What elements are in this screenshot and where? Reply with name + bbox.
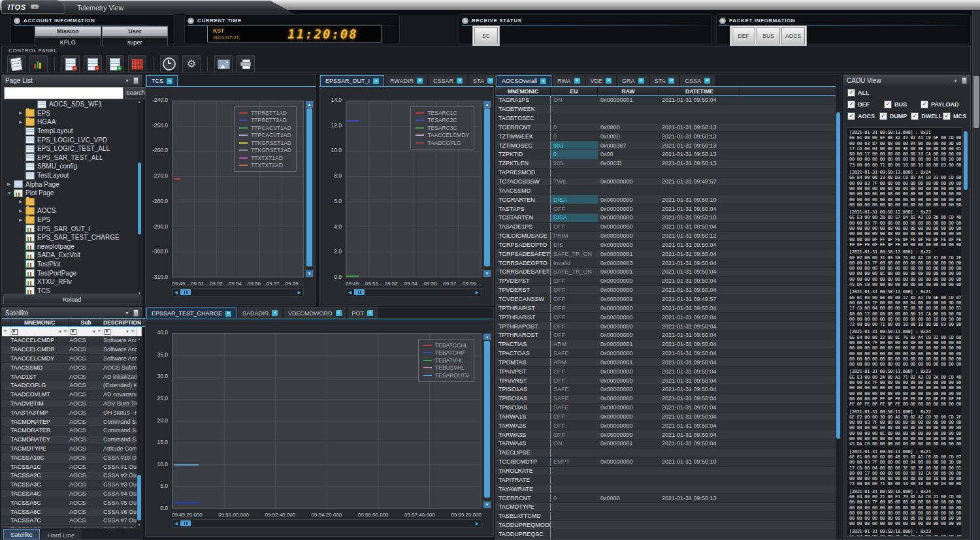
bottom-tab[interactable]: Satellite xyxy=(3,529,40,539)
filter-box-icon[interactable] xyxy=(105,329,110,335)
page-tree-scrollbar[interactable]: ▲▼ xyxy=(137,100,142,295)
tree-item[interactable]: ▶ AOCS xyxy=(2,206,137,215)
table-row[interactable]: TAACCELCMDY AOCS Software Acceleration xyxy=(2,355,137,364)
table-row[interactable]: TAADVBTIM AOCS ADV Burn Time xyxy=(2,400,137,409)
table-row[interactable]: TZPKTLEN 205 0x00CD 2021-01-31 09:50:13 xyxy=(496,159,836,168)
plot-tab[interactable]: EPSSAR_OUT_I ✕ xyxy=(320,75,384,86)
telemetry-view-tab[interactable]: Telemetry View xyxy=(55,1,297,14)
table-row[interactable]: TAACSSMD xyxy=(496,186,836,195)
table-row[interactable]: TACSSA4C AOCS CSSA #4 Output Curre xyxy=(2,490,137,499)
plot-vertical-scrollbar[interactable]: ▲▼ xyxy=(483,101,491,278)
table-row[interactable]: TACMDTYPE xyxy=(496,503,836,512)
col-sub[interactable]: Sub xyxy=(69,318,103,327)
close-icon[interactable]: ✕ xyxy=(373,78,379,84)
tree-item[interactable]: ▶ EPS xyxy=(2,109,137,118)
filter-checkbox[interactable]: ✓DEF xyxy=(847,101,884,108)
table-row[interactable]: TACMDRATEY AOCS Command S/C Yaw Ra xyxy=(2,436,137,445)
page-delete-icon[interactable]: − xyxy=(84,55,102,73)
table-row[interactable]: TCRPSADEOPTO DIS 0x00000000 2021-01-31 0… xyxy=(496,241,836,250)
table-row[interactable]: TAODUPREQSC xyxy=(496,530,836,539)
checkbox-icon[interactable]: ✓ xyxy=(847,101,855,108)
table-row[interactable]: TPACTOAS SAFE 0x00000000 2021-01-31 09:5… xyxy=(496,349,836,358)
table-row[interactable]: TAACCELCMDR AOCS Software Acceleration xyxy=(2,345,137,355)
table-row[interactable]: TCCIBCMDTP EMPT 0x00000000 2021-01-31 09… xyxy=(496,458,836,467)
close-icon[interactable]: ✕ xyxy=(272,310,278,316)
table-row[interactable]: TPTHRAPIST OFF 0x00000000 2021-01-31 09:… xyxy=(496,304,836,313)
filter-checkbox[interactable]: ✓PAYLOAD xyxy=(921,101,959,108)
stopwatch-icon[interactable] xyxy=(160,55,178,73)
filter-checkbox[interactable]: ✓DUMP xyxy=(879,112,911,120)
tree-item[interactable]: ▶ Alpha Page xyxy=(2,180,137,189)
cadu-scrollbar[interactable] xyxy=(963,127,968,537)
table-row[interactable]: TARWA4S ON 0x00000001 2021-01-31 09:50:0… xyxy=(496,439,836,449)
close-icon[interactable]: ✕ xyxy=(638,78,644,84)
table-row[interactable]: TACMDTYPE AOCS Attitude Command Ty xyxy=(2,445,137,454)
table-tab[interactable]: RWA ✕ xyxy=(553,75,585,86)
receive-status-button[interactable]: SC xyxy=(474,27,498,44)
reload-button[interactable]: Reload xyxy=(3,294,140,304)
table-row[interactable]: TACSSA2C AOCS CSSA #2 Output Curre xyxy=(2,471,137,481)
checkbox-icon[interactable]: ✓ xyxy=(879,112,887,120)
tree-expander-icon[interactable]: ▶ xyxy=(19,199,25,204)
tree-item[interactable]: EPS_SAR_TEST_ALL xyxy=(2,153,137,163)
col-description[interactable]: DESCRIPTION xyxy=(103,318,142,327)
tree-item[interactable]: EPS_LOGIC_TEST_ALL xyxy=(2,144,137,153)
tree-item[interactable]: SADA_ExcVolt xyxy=(2,251,137,260)
table-row[interactable]: TCERRCNT 0 0x0000 2021-01-31 09:50:13 xyxy=(496,123,836,133)
gear-icon[interactable]: ⚙ xyxy=(182,55,201,73)
close-icon[interactable]: ✕ xyxy=(367,310,373,316)
tree-expander-icon[interactable]: ▶ xyxy=(19,110,25,116)
table-row[interactable]: TPISO2AS SAFE 0x00000000 2021-01-31 09:5… xyxy=(496,394,836,404)
filter-checkbox[interactable]: ✓BUS xyxy=(884,101,921,108)
tree-item[interactable]: ▼ Plot Page xyxy=(2,189,137,198)
table-row[interactable]: TAOBTWEEK xyxy=(496,105,836,114)
tree-item[interactable]: EPS_SAR_OUT_I xyxy=(2,224,137,233)
col-mnemonic[interactable]: MNEMONIC xyxy=(10,318,69,327)
table-row[interactable]: TPTHRAROST OFF 0x00000000 2021-01-31 09:… xyxy=(496,331,836,340)
image-icon[interactable] xyxy=(214,55,233,73)
collapse-icon[interactable]: ▼ xyxy=(125,78,129,83)
chevron-down-icon[interactable]: ▼ xyxy=(58,330,62,334)
table-row[interactable]: TAODUPREQMOON xyxy=(496,521,836,530)
tree-expander-icon[interactable]: ▶ xyxy=(19,217,25,223)
plot-tab[interactable]: TCS ✕ xyxy=(146,75,178,86)
bottom-tab[interactable]: Hard Line xyxy=(41,530,81,539)
filter-box-icon[interactable] xyxy=(12,329,18,335)
table-row[interactable]: TAPITRATE xyxy=(496,475,836,484)
table-row[interactable]: TARWA1S OFF 0x00000000 2021-01-31 09:50:… xyxy=(496,413,836,422)
epssar-charge-plot-area[interactable]: TEBATCCHLTEBATCHIFTEBATVHLTEBUSVHLTESARO… xyxy=(172,333,482,509)
checkbox-icon[interactable]: ✓ xyxy=(884,101,892,108)
table-row[interactable]: TPTHRAPOST OFF 0x00000000 2021-01-31 09:… xyxy=(496,322,836,331)
collapse-icon[interactable]: ▼ xyxy=(125,311,129,315)
tree-item[interactable]: TempLayout xyxy=(2,127,137,136)
table-row[interactable]: TAPRESMOD xyxy=(496,168,836,178)
table-row[interactable]: TPACTIAS ARM 0x00000001 2021-01-31 09:50… xyxy=(496,340,836,349)
tree-item[interactable]: ▶ xyxy=(2,198,137,207)
table-row[interactable]: TZPKTID 0 0x00 2021-01-31 09:50:13 xyxy=(496,150,836,159)
filter-checkbox[interactable]: ✓MCS xyxy=(943,112,966,120)
collapse-icon[interactable]: ▼ xyxy=(953,78,958,83)
tree-item[interactable]: AOCS_SDS_WF1 xyxy=(2,100,137,109)
table-row[interactable]: TAGRA1PS ON 0x00000001 2021-01-31 09:50:… xyxy=(496,96,836,105)
chevron-down-icon[interactable]: ▼ xyxy=(92,330,96,334)
table-row[interactable]: TAAD1ST AOCS AD initialization xyxy=(2,372,137,381)
table-tab[interactable]: STA ✕ xyxy=(650,75,679,86)
filter-checkbox[interactable]: ✓ALL xyxy=(847,89,870,97)
plot-horizontal-scrollbar[interactable]: ◀▶ xyxy=(172,519,482,528)
table-row[interactable]: TCVDECANSSW OFF 0x00000002 2021-01-31 09… xyxy=(496,295,836,304)
plot-vertical-scrollbar[interactable]: ▲▼ xyxy=(305,101,314,278)
table-row[interactable]: TZTIMWEEK 0 0x0000 2021-01-31 09:50:13 xyxy=(496,132,836,141)
table-row[interactable]: TCILCIOMUSAGE PRIM 0x00000000 2021-01-31… xyxy=(496,232,836,241)
table-row[interactable]: TACSSA3C AOCS CSSA #3 Output Curre xyxy=(2,481,137,490)
chevron-down-icon[interactable]: ▼ xyxy=(125,330,129,334)
table-row[interactable]: TACSSA8C AOCS CSSA #8 Output Curre xyxy=(2,526,137,528)
plot-tab[interactable]: STA ✕ xyxy=(468,75,498,86)
table-row[interactable]: TACMDRATER AOCS Command S/C Roll Ra xyxy=(2,426,137,436)
plot-tab[interactable]: CSSAR ✕ xyxy=(429,75,467,86)
tree-item[interactable]: EPS_SAR_TEST_CHARGE xyxy=(2,233,137,242)
chart-icon[interactable] xyxy=(29,55,48,73)
close-icon[interactable]: ✕ xyxy=(487,78,493,84)
tree-expander-icon[interactable]: ▶ xyxy=(7,182,14,187)
plot-tab[interactable]: SADADIR ✕ xyxy=(238,308,282,319)
table-row[interactable]: TPOMTAS ARM 0x00000001 2021-01-31 09:50:… xyxy=(496,358,836,367)
